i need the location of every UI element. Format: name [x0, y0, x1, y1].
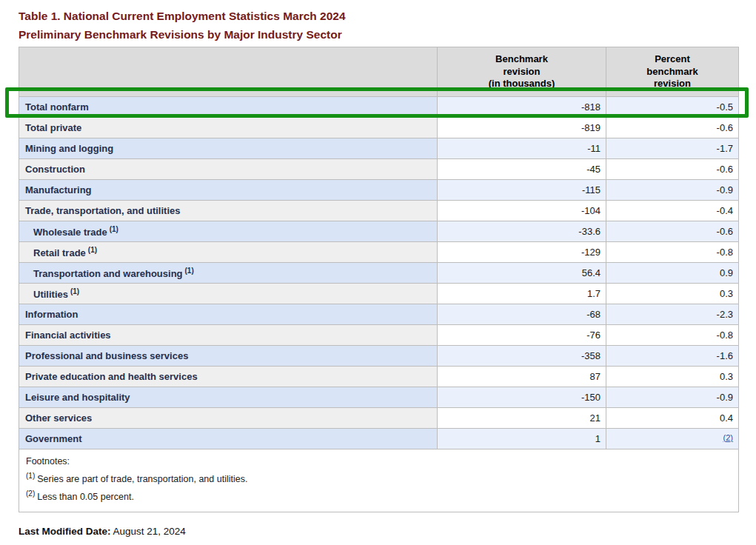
page-title: Table 1. National Current Employment Sta… [19, 7, 346, 44]
benchmark-revision-cell: -150 [438, 387, 606, 408]
industry-label-cell: Private education and health services [19, 367, 438, 387]
page-title-line1: Table 1. National Current Employment Sta… [19, 7, 346, 26]
table-row: Trade, transportation, and utilities-104… [19, 201, 739, 221]
footnote-marker: (1) [88, 246, 97, 254]
industry-label-cell: Information [19, 304, 438, 325]
industry-label-cell: Trade, transportation, and utilities [19, 201, 438, 221]
footnote-2-link[interactable]: (2) [723, 433, 733, 442]
industry-label-cell: Total private [19, 118, 438, 138]
industry-label-cell: Wholesale trade(1) [19, 221, 438, 242]
industry-label-cell: Financial activities [19, 325, 438, 346]
benchmark-revision-cell: 87 [438, 367, 606, 387]
table-row: Professional and business services-358-1… [19, 346, 739, 367]
benchmark-revision-cell: -818 [438, 97, 606, 118]
table-row: Leisure and hospitality-150-0.9 [19, 387, 739, 408]
percent-revision-cell: -0.6 [606, 118, 739, 138]
footnote-item-1: (1)Series are part of trade, transportat… [26, 469, 732, 487]
benchmark-revision-cell: -819 [438, 118, 606, 138]
footnote-item-2: (2)Less than 0.05 percent. [26, 487, 732, 504]
industry-label-cell: Retail trade(1) [19, 242, 438, 263]
industry-label-cell: Government [19, 429, 438, 449]
percent-revision-cell: -0.9 [606, 180, 739, 201]
benchmark-revision-cell: -129 [438, 242, 606, 263]
table-header-row: Benchmark revision (in thousands) Percen… [19, 47, 739, 97]
industry-label-cell: Utilities(1) [19, 284, 438, 304]
table-row: Manufacturing-115-0.9 [19, 180, 739, 201]
last-modified: Last Modified Date: August 21, 2024 [19, 526, 186, 537]
table-row: Financial activities-76-0.8 [19, 325, 739, 346]
table-row: Utilities(1)1.70.3 [19, 284, 739, 304]
benchmark-revisions-table: Benchmark revision (in thousands) Percen… [19, 47, 739, 512]
percent-revision-cell: -0.8 [606, 242, 739, 263]
footnotes-row: Footnotes: (1)Series are part of trade, … [19, 449, 739, 512]
table-row: Construction-45-0.6 [19, 159, 739, 180]
percent-revision-cell: -0.6 [606, 221, 739, 242]
table-row: Total private-819-0.6 [19, 118, 739, 138]
percent-revision-cell: 0.3 [606, 284, 739, 304]
footnote-1-text: Series are part of trade, transportation… [37, 474, 247, 484]
header-percent-benchmark-revision: Percent benchmark revision [606, 47, 739, 97]
industry-label-cell: Mining and logging [19, 138, 438, 159]
footnote-marker: (1) [185, 267, 194, 275]
percent-revision-cell: -0.9 [606, 387, 739, 408]
header-benchmark-revision: Benchmark revision (in thousands) [438, 47, 606, 97]
table-row: Government1(2) [19, 429, 739, 449]
percent-revision-cell: (2) [606, 429, 739, 449]
table-row-highlighted: Total nonfarm-818-0.5 [19, 97, 739, 118]
industry-label-cell: Manufacturing [19, 180, 438, 201]
footnote-2-marker: (2) [26, 489, 35, 498]
table-row: Other services210.4 [19, 408, 739, 429]
table-row: Mining and logging-11-1.7 [19, 138, 739, 159]
table-row: Retail trade(1)-129-0.8 [19, 242, 739, 263]
table-row: Private education and health services870… [19, 367, 739, 387]
last-modified-value: August 21, 2024 [113, 526, 186, 537]
table-row: Transportation and warehousing(1)56.40.9 [19, 263, 739, 284]
percent-revision-cell: -0.8 [606, 325, 739, 346]
percent-revision-cell: -0.4 [606, 201, 739, 221]
percent-revision-cell: 0.3 [606, 367, 739, 387]
benchmark-revision-cell: 56.4 [438, 263, 606, 284]
percent-revision-cell: -1.7 [606, 138, 739, 159]
percent-revision-cell: 0.4 [606, 408, 739, 429]
benchmark-revision-cell: -68 [438, 304, 606, 325]
industry-label-cell: Professional and business services [19, 346, 438, 367]
benchmark-revision-cell: -358 [438, 346, 606, 367]
last-modified-label: Last Modified Date: [19, 526, 111, 537]
industry-label-cell: Transportation and warehousing(1) [19, 263, 438, 284]
footnote-marker: (1) [110, 225, 118, 233]
percent-revision-cell: -2.3 [606, 304, 739, 325]
percent-revision-cell: 0.9 [606, 263, 739, 284]
benchmark-revision-cell: -115 [438, 180, 606, 201]
percent-revision-cell: -0.5 [606, 97, 739, 118]
benchmark-revision-cell: -104 [438, 201, 606, 221]
footnotes-heading: Footnotes: [26, 455, 732, 469]
benchmark-revision-cell: -33.6 [438, 221, 606, 242]
footnote-marker: (1) [70, 287, 79, 295]
benchmark-revision-cell: -11 [438, 138, 606, 159]
table-row: Information-68-2.3 [19, 304, 739, 325]
table-row: Wholesale trade(1)-33.6-0.6 [19, 221, 739, 242]
benchmark-revision-cell: 1.7 [438, 284, 606, 304]
percent-revision-cell: -0.6 [606, 159, 739, 180]
benchmark-revision-cell: 21 [438, 408, 606, 429]
industry-label-cell: Leisure and hospitality [19, 387, 438, 408]
benchmark-revision-cell: -45 [438, 159, 606, 180]
footnote-2-text: Less than 0.05 percent. [37, 492, 134, 502]
benchmark-revision-cell: 1 [438, 429, 606, 449]
industry-label-cell: Construction [19, 159, 438, 180]
benchmark-revision-cell: -76 [438, 325, 606, 346]
industry-label-cell: Other services [19, 408, 438, 429]
footnotes-section: Footnotes: (1)Series are part of trade, … [19, 449, 739, 512]
table-body: Total nonfarm-818-0.5Total private-819-0… [19, 97, 739, 449]
page-title-line2: Preliminary Benchmark Revisions by Major… [19, 26, 346, 44]
percent-revision-cell: -1.6 [606, 346, 739, 367]
industry-label-cell: Total nonfarm [19, 97, 438, 118]
footnote-1-marker: (1) [26, 472, 35, 480]
header-industry [19, 47, 438, 97]
